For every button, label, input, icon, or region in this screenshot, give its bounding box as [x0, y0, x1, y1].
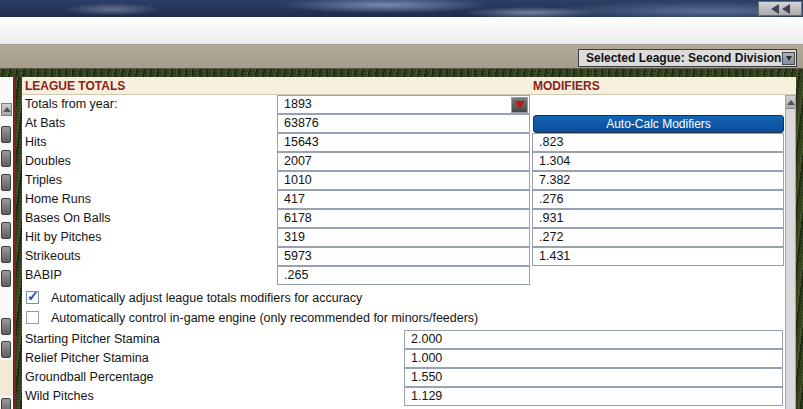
left-partial-button[interactable]	[1, 341, 11, 358]
row-label: Hit by Pitches	[25, 228, 101, 247]
left-partial-button[interactable]	[1, 318, 11, 335]
checkbox[interactable]: ✓	[26, 291, 39, 304]
row-label: Starting Pitcher Stamina	[25, 330, 160, 349]
modifier-value-field[interactable]: .931	[532, 209, 784, 228]
table-row: Hit by Pitches319.272	[22, 228, 796, 247]
left-partial-button[interactable]	[1, 150, 11, 167]
total-value-field[interactable]: .265	[277, 266, 530, 285]
league-totals-content: LEAGUE TOTALS MODIFIERS Totals from year…	[22, 77, 796, 409]
checkbox-label: Automatically control in-game engine (on…	[51, 308, 478, 328]
modifier-value-field[interactable]: 7.382	[532, 171, 784, 190]
red-down-arrow-icon	[515, 101, 525, 109]
options-checkbox-group: ✓Automatically adjust league totals modi…	[22, 288, 796, 328]
table-row: Wild Pitches1.129	[22, 387, 796, 406]
left-partial-button[interactable]	[1, 198, 11, 215]
modifier-value-field[interactable]: .276	[532, 190, 784, 209]
total-value-field[interactable]: 6178	[277, 209, 530, 228]
row-label: Groundball Percentage	[25, 368, 154, 387]
table-row: Bases On Balls6178.931	[22, 209, 796, 228]
table-row: Starting Pitcher Stamina2.000	[22, 330, 796, 349]
left-partial-button[interactable]	[1, 270, 11, 287]
total-value-field[interactable]: 417	[277, 190, 530, 209]
value-field[interactable]: 2.000	[404, 330, 783, 349]
left-partial-button[interactable]	[1, 222, 11, 239]
up-arrow-icon	[787, 100, 795, 105]
row-label: Hits	[25, 133, 47, 152]
row-label: Triples	[25, 171, 62, 190]
left-partial-button[interactable]	[1, 126, 11, 143]
collapse-panel-button[interactable]	[758, 1, 802, 16]
left-partial-button[interactable]	[1, 174, 11, 191]
table-row: Relief Pitcher Stamina1.000	[22, 349, 796, 368]
checkbox[interactable]	[26, 311, 39, 324]
checkbox-row: ✓Automatically adjust league totals modi…	[22, 288, 796, 308]
row-label: Doubles	[25, 152, 71, 171]
table-row: Doubles20071.304	[22, 152, 796, 171]
left-scrollbar-up-button[interactable]	[1, 103, 12, 116]
table-row: Hits15643.823	[22, 133, 796, 152]
modifier-value-field[interactable]: .823	[532, 133, 784, 152]
left-edge-patch	[0, 360, 13, 396]
row-label: Wild Pitches	[25, 387, 94, 406]
table-row: Home Runs417.276	[22, 190, 796, 209]
left-edge-strip	[0, 77, 13, 409]
double-left-chevron-icon	[771, 4, 779, 14]
table-row: Strikeouts59731.431	[22, 247, 796, 266]
row-label: BABIP	[25, 266, 62, 285]
totals-year-value: 1893	[284, 97, 312, 111]
total-value-field[interactable]: 5973	[277, 247, 530, 266]
table-row: BABIP.265	[22, 266, 796, 285]
row-label: Strikeouts	[25, 247, 81, 266]
totals-table: Totals from year: 1893 At Bats63876Auto-…	[22, 95, 796, 285]
panel-border-top	[0, 69, 803, 77]
year-dropdown-button[interactable]	[511, 97, 528, 113]
league-totals-panel: LEAGUE TOTALS MODIFIERS Totals from year…	[0, 69, 803, 409]
double-left-chevron-icon	[782, 4, 790, 14]
total-value-field[interactable]: 63876	[277, 114, 530, 133]
checkbox-row: Automatically control in-game engine (on…	[22, 308, 796, 328]
league-toolbar: Selected League: Second Division	[0, 45, 803, 69]
league-selector-dropdown[interactable]: Selected League: Second Division	[578, 49, 797, 67]
modifier-value-field[interactable]: .272	[532, 228, 784, 247]
league-totals-header: LEAGUE TOTALS	[25, 79, 125, 93]
row-label: Home Runs	[25, 190, 91, 209]
sub-header-bar	[0, 17, 803, 45]
table-row: Groundball Percentage1.550	[22, 368, 796, 387]
right-scrollbar[interactable]	[785, 95, 796, 409]
engine-settings-table: Starting Pitcher Stamina2.000Relief Pitc…	[22, 330, 796, 406]
down-arrow-icon	[786, 56, 792, 61]
checkbox-label: Automatically adjust league totals modif…	[51, 288, 362, 308]
up-arrow-icon	[3, 107, 11, 112]
modifiers-header: MODIFIERS	[533, 79, 600, 93]
row-label: Totals from year:	[25, 95, 117, 114]
total-value-field[interactable]: 319	[277, 228, 530, 247]
check-icon: ✓	[27, 288, 39, 304]
scrollbar-up-button[interactable]	[786, 96, 795, 109]
modifier-value-field[interactable]: 1.431	[532, 247, 784, 266]
stadium-photo-banner	[0, 0, 803, 17]
section-header-row: LEAGUE TOTALS MODIFIERS	[22, 77, 796, 95]
row-label: Bases On Balls	[25, 209, 110, 228]
left-partial-button[interactable]	[1, 246, 11, 263]
dropdown-button[interactable]	[782, 52, 795, 65]
value-field[interactable]: 1.550	[404, 368, 783, 387]
modifier-value-field[interactable]: 1.304	[532, 152, 784, 171]
value-field[interactable]: 1.129	[404, 387, 783, 406]
table-row: At Bats63876Auto-Calc Modifiers	[22, 114, 796, 133]
total-value-field[interactable]: 1010	[277, 171, 530, 190]
left-partial-button[interactable]	[1, 398, 11, 409]
total-value-field[interactable]: 15643	[277, 133, 530, 152]
panel-border-right	[796, 77, 803, 409]
auto-calc-modifiers-button[interactable]: Auto-Calc Modifiers	[533, 115, 784, 133]
total-value-field[interactable]: 2007	[277, 152, 530, 171]
table-row: Triples10107.382	[22, 171, 796, 190]
league-selector-label: Selected League: Second Division	[586, 51, 782, 65]
row-label: Relief Pitcher Stamina	[25, 349, 149, 368]
totals-year-select[interactable]: 1893	[277, 95, 530, 114]
row-label: At Bats	[25, 114, 65, 133]
value-field[interactable]: 1.000	[404, 349, 783, 368]
totals-year-row: Totals from year: 1893	[22, 95, 796, 114]
